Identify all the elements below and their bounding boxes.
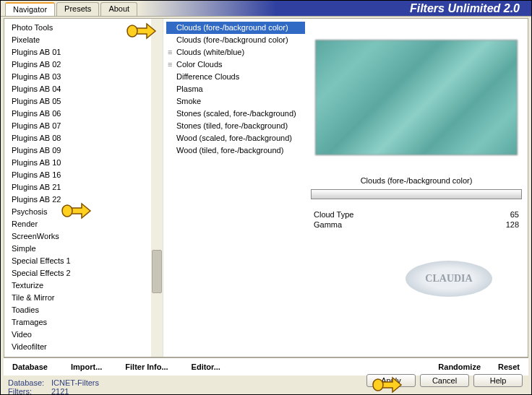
category-item[interactable]: Plugins AB 22 [10, 194, 163, 206]
import-button[interactable]: Import... [68, 361, 105, 373]
app-title: Filters Unlimited 2.0 [139, 1, 531, 16]
preview-label: Clouds (fore-/background color) [311, 173, 522, 188]
category-item[interactable]: ScreenWorks [10, 230, 163, 243]
randomize-button[interactable]: Randomize [435, 361, 484, 373]
category-item[interactable]: Plugins AB 06 [10, 108, 163, 120]
editor-button[interactable]: Editor... [189, 361, 223, 373]
category-item[interactable]: Psychosis [10, 206, 163, 218]
category-item[interactable]: Render [10, 218, 163, 230]
param-value: 65 [510, 210, 519, 219]
category-item[interactable]: Texturize [10, 279, 163, 292]
param-value: 128 [506, 220, 519, 229]
category-item[interactable]: Plugins AB 01 [10, 46, 163, 58]
preview-image [315, 40, 518, 155]
category-item[interactable]: Plugins AB 04 [10, 83, 163, 95]
category-item[interactable]: Special Effects 1 [10, 255, 163, 267]
header: Navigator Presets About Filters Unlimite… [1, 1, 531, 17]
status-filters-label: Filters: [8, 387, 51, 395]
filter-item[interactable]: Wood (tiled, fore-/background) [166, 144, 305, 157]
category-item[interactable]: Video [10, 329, 163, 341]
progress-bar [311, 189, 522, 199]
filter-item[interactable]: Clouds (fore-/background color) [166, 22, 305, 34]
main-content: Photo ToolsPixelatePlugins AB 01Plugins … [4, 18, 528, 357]
status-db-value: ICNET-Filters [51, 378, 99, 387]
dialog-buttons: Apply Cancel Help [366, 374, 523, 387]
filter-item[interactable]: Clouds (fore-/background color) [166, 34, 305, 46]
category-item[interactable]: Videofilter [10, 341, 163, 353]
tab-navigator[interactable]: Navigator [5, 2, 55, 16]
category-item[interactable]: Plugins AB 10 [10, 157, 163, 169]
param-row[interactable]: Cloud Type65 [311, 209, 522, 220]
category-list[interactable]: Photo ToolsPixelatePlugins AB 01Plugins … [4, 19, 163, 357]
preview-panel: Clouds (fore-/background color) Cloud Ty… [305, 19, 528, 357]
category-item[interactable]: Tile & Mirror [10, 292, 163, 304]
param-name: Cloud Type [314, 210, 353, 219]
parameters: Cloud Type65Gamma128 [311, 205, 522, 230]
tab-bar: Navigator Presets About [1, 1, 139, 16]
status-db-label: Database: [8, 378, 51, 387]
filter-item[interactable]: Stones (scaled, fore-/background) [166, 108, 305, 120]
bottom-toolbar: Database Import... Filter Info... Editor… [4, 357, 528, 376]
category-item[interactable]: Plugins AB 21 [10, 181, 163, 194]
filter-item[interactable]: ≡Clouds (white/blue) [166, 46, 305, 58]
status-filters-value: 2121 [51, 387, 69, 395]
param-row[interactable]: Gamma128 [311, 220, 522, 230]
tab-presets[interactable]: Presets [56, 2, 99, 16]
category-item[interactable]: Plugins AB 05 [10, 95, 163, 108]
category-item[interactable]: Plugins AB 02 [10, 58, 163, 71]
category-item[interactable]: Tramages [10, 316, 163, 329]
scrollbar[interactable] [151, 19, 163, 357]
category-item[interactable]: Pixelate [10, 34, 163, 46]
filter-item[interactable]: Difference Clouds [166, 71, 305, 83]
help-button[interactable]: Help [473, 374, 523, 387]
scrollbar-thumb[interactable] [152, 250, 162, 293]
category-item[interactable]: Plugins AB 08 [10, 132, 163, 144]
param-name: Gamma [314, 220, 342, 229]
category-item[interactable]: Photo Tools [10, 22, 163, 34]
apply-button[interactable]: Apply [366, 374, 416, 387]
filter-list[interactable]: Clouds (fore-/background color)Clouds (f… [163, 19, 305, 357]
category-item[interactable]: Toadies [10, 304, 163, 316]
category-item[interactable]: Plugins AB 09 [10, 144, 163, 157]
database-button[interactable]: Database [9, 361, 51, 373]
preview-area [311, 22, 522, 173]
tab-about[interactable]: About [100, 2, 137, 16]
category-item[interactable]: Special Effects 2 [10, 267, 163, 279]
filter-item[interactable]: ≡Color Clouds [166, 58, 305, 71]
filter-item[interactable]: Smoke [166, 95, 305, 108]
filter-item[interactable]: Stones (tiled, fore-/background) [166, 120, 305, 132]
filter-item[interactable]: Plasma [166, 83, 305, 95]
cancel-button[interactable]: Cancel [420, 374, 469, 387]
reset-button[interactable]: Reset [495, 361, 523, 373]
category-item[interactable]: Simple [10, 243, 163, 255]
category-item[interactable]: Plugins AB 16 [10, 169, 163, 181]
filter-item[interactable]: Wood (scaled, fore-/background) [166, 132, 305, 144]
category-item[interactable]: Plugins AB 03 [10, 71, 163, 83]
filter-info-button[interactable]: Filter Info... [122, 361, 171, 373]
category-item[interactable]: Plugins AB 07 [10, 120, 163, 132]
